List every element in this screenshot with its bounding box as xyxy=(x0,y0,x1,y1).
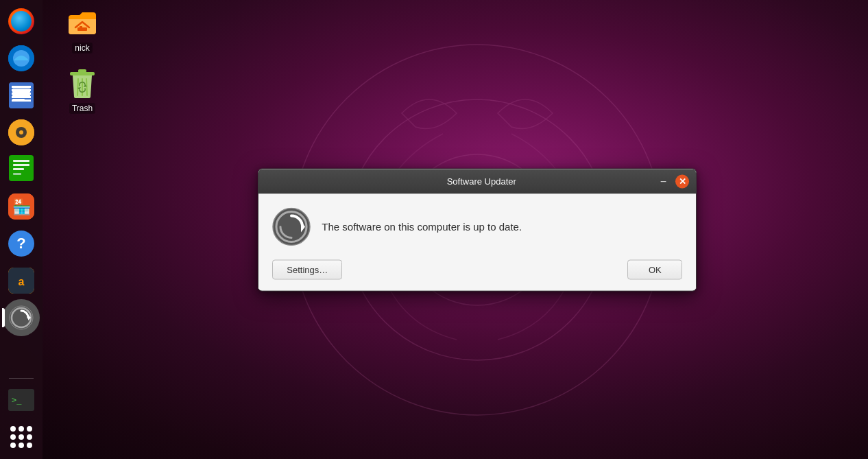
dialog-message-row: The software on this computer is up to d… xyxy=(272,207,682,246)
dialog-titlebar: Software Updater − ✕ xyxy=(258,169,696,193)
svg-point-13 xyxy=(19,130,23,134)
software-updater-dock-icon xyxy=(3,299,40,336)
svg-rect-17 xyxy=(13,168,24,170)
svg-text:a: a xyxy=(19,276,25,287)
svg-rect-10 xyxy=(12,99,25,101)
dialog-window: Software Updater − ✕ xyxy=(258,168,697,291)
svg-rect-16 xyxy=(13,164,29,166)
home-folder-icon xyxy=(66,7,99,40)
dialog-title: Software Updater xyxy=(306,176,656,187)
ok-button[interactable]: OK xyxy=(627,259,682,279)
minimize-button[interactable]: − xyxy=(656,174,670,188)
svg-rect-28 xyxy=(77,27,87,31)
svg-rect-15 xyxy=(13,160,29,162)
desktop: 🏪 ? a xyxy=(0,0,868,459)
svg-rect-9 xyxy=(12,95,30,97)
svg-rect-7 xyxy=(12,86,30,89)
rhythmbox-icon xyxy=(8,119,34,145)
titlebar-controls: − ✕ xyxy=(656,174,689,188)
dock-item-terminal[interactable]: >_ xyxy=(5,384,38,416)
svg-text:>_: >_ xyxy=(12,395,22,405)
svg-line-33 xyxy=(86,79,87,95)
dock-item-writer[interactable] xyxy=(5,79,38,112)
appcenter-icon: 🏪 xyxy=(8,193,34,220)
dock-item-libreoffice[interactable] xyxy=(5,153,38,186)
dialog-buttons: Settings… OK xyxy=(272,259,682,279)
dock-item-amazon[interactable]: a xyxy=(5,264,38,297)
home-folder-label: nick xyxy=(72,43,92,54)
svg-text:🏪: 🏪 xyxy=(12,198,32,216)
dock-item-rhythmbox[interactable] xyxy=(5,116,38,149)
appgrid-icon xyxy=(8,424,34,450)
desktop-icon-home[interactable]: nick xyxy=(55,7,110,54)
dialog-app-icon xyxy=(272,207,311,246)
dock-item-appcenter[interactable]: 🏪 xyxy=(5,190,38,223)
desktop-icons-area: nick xyxy=(48,0,117,121)
thunderbird-icon xyxy=(8,45,34,71)
dock-item-help[interactable]: ? xyxy=(5,227,38,260)
close-button[interactable]: ✕ xyxy=(675,174,689,188)
svg-rect-8 xyxy=(12,91,30,93)
dock-item-appgrid[interactable] xyxy=(5,421,38,454)
help-icon: ? xyxy=(8,231,34,257)
dialog-message-text: The software on this computer is up to d… xyxy=(322,221,522,233)
svg-rect-18 xyxy=(13,173,21,175)
trash-icon xyxy=(66,67,99,100)
writer-icon xyxy=(9,82,34,108)
desktop-icon-trash[interactable]: Trash xyxy=(55,67,110,114)
amazon-icon: a xyxy=(8,268,34,294)
libreoffice-icon xyxy=(9,155,34,184)
svg-line-31 xyxy=(77,79,78,95)
firefox-icon xyxy=(8,8,34,34)
dock-separator xyxy=(9,378,34,379)
dock-item-software-updater[interactable] xyxy=(5,301,38,334)
dock-item-thunderbird[interactable] xyxy=(5,42,38,75)
terminal-icon: >_ xyxy=(8,390,34,410)
svg-rect-30 xyxy=(78,69,86,73)
settings-button[interactable]: Settings… xyxy=(272,259,342,279)
trash-label: Trash xyxy=(69,103,95,114)
dialog-body: The software on this computer is up to d… xyxy=(258,193,696,290)
software-updater-dialog: Software Updater − ✕ xyxy=(258,168,697,291)
application-dock: 🏪 ? a xyxy=(0,0,43,459)
dock-item-firefox[interactable] xyxy=(5,5,38,38)
